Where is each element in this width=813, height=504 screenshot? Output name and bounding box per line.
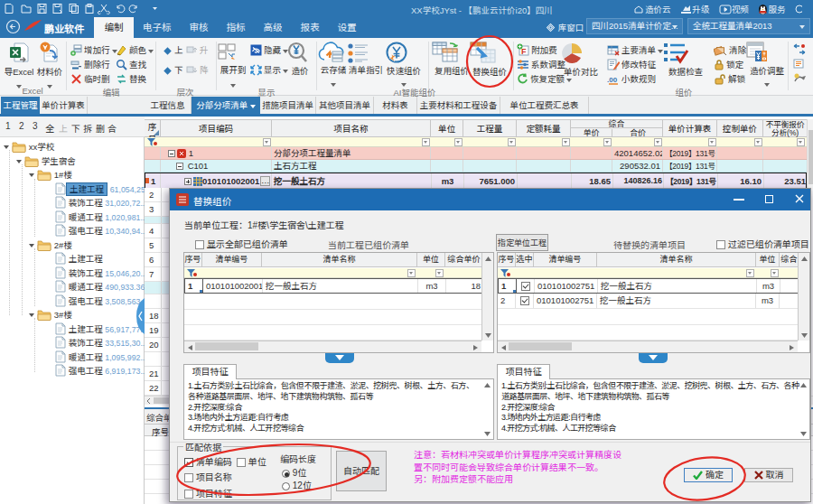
svg-text:F: F [521,47,527,56]
svg-text:.00: .00 [607,76,618,84]
